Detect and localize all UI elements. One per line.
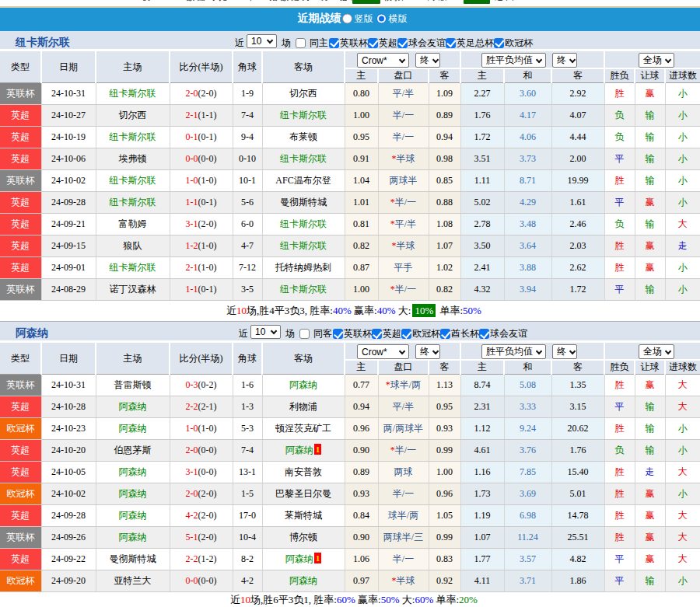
match-date: 24-09-28 [41, 192, 96, 214]
odds-handicap: *平/半 [378, 214, 429, 235]
table-row: 英联杯24-09-26阿森纳5-1(2-0)10-4博尔顿0.90两球半/三0.… [0, 527, 700, 549]
score-half: (0-0) [198, 575, 217, 586]
away-team: 切尔西 [289, 88, 317, 99]
games-count-select[interactable]: 10 [247, 34, 277, 48]
sub-handicap: 盘口 [378, 360, 429, 375]
cup-label: 酋长杯 [451, 327, 479, 340]
cup-checkbox[interactable] [494, 38, 504, 48]
avg-away: 2.46 [551, 214, 604, 235]
odds-final-select[interactable]: 终 [415, 53, 440, 68]
result-cell: 负 [604, 127, 635, 148]
avg-away: 5.01 [551, 483, 604, 505]
radio-vertical-label: 竖版 [355, 12, 373, 25]
away-team: 莱斯特城 [285, 510, 322, 521]
result-cell: 胜 [604, 418, 635, 440]
away-cell: 布莱顿 [262, 127, 345, 148]
scope-select[interactable]: 全场 [639, 344, 674, 359]
odds-away: 0.93 [429, 418, 460, 440]
avg-draw: 8.71 [504, 170, 551, 192]
odds-home: 0.90 [345, 527, 378, 549]
score-main: 1-1 [186, 197, 198, 208]
avg-type-select[interactable]: 胜平负均值 [481, 344, 546, 359]
match-date: 24-10-28 [41, 396, 96, 418]
sub-handicap-result: 让球 [635, 360, 665, 375]
page-title: 近期战绩 [298, 12, 341, 26]
table-row: 英联杯24-10-02纽卡斯尔联1-0(1-0)10-1AFC温布尔登1.04两… [0, 170, 700, 192]
home-team: 狼队 [124, 240, 142, 251]
same-venue-checkbox[interactable] [296, 38, 306, 48]
match-date: 24-09-26 [41, 527, 96, 549]
handicap-result-cell: 赢 [635, 505, 665, 527]
avg-final-select[interactable]: 终 [552, 344, 577, 359]
avg-draw: 3.88 [504, 257, 551, 279]
cup-checkbox[interactable] [446, 38, 456, 48]
odds-final-select[interactable]: 终 [415, 344, 440, 359]
summary-part: 10 [240, 594, 250, 605]
match-date: 24-10-20 [41, 440, 96, 462]
goals-cell: 大 [665, 527, 700, 549]
toolbar-green-button[interactable]: 确定 [352, 0, 380, 4]
top-toolbar-clipped: 设数据对比平指数走势凯必发模拟离散返回确定确定 [0, 0, 700, 8]
odds-company-select[interactable]: Crow* [357, 53, 409, 68]
radio-horizontal-label: 横版 [389, 12, 408, 25]
cup-checkbox[interactable] [372, 329, 382, 339]
sub-away: 客 [429, 360, 460, 375]
handicap-result-cell: 赢 [635, 527, 665, 549]
home-team: 诺丁汉森林 [110, 284, 156, 295]
avg-home: 8.74 [460, 375, 504, 396]
match-date: 24-10-31 [41, 375, 96, 396]
away-cell: 纽卡斯尔联 [262, 148, 345, 170]
score-half: (2-0) [198, 88, 217, 99]
avg-home: 4.11 [460, 570, 504, 592]
avg-away: 1.86 [551, 570, 604, 592]
score-cell: 2-2(1-2) [170, 549, 233, 570]
scope-select[interactable]: 全场 [639, 53, 674, 68]
select-value: Crow* [362, 55, 387, 66]
select-value: 全场 [643, 345, 662, 358]
cup-checkbox[interactable] [440, 329, 450, 339]
cup-filters: 英联杯英超欧冠杯酋长杯球会友谊 [333, 327, 527, 340]
match-date: 24-09-15 [41, 235, 96, 257]
radio-vertical-layout[interactable] [342, 13, 352, 23]
cup-checkbox[interactable] [368, 38, 378, 48]
same-venue-checkbox[interactable] [299, 329, 310, 339]
matches-label: 场 [285, 327, 295, 340]
col-date: 日期 [41, 343, 96, 375]
select-value: 终 [557, 345, 566, 358]
score-cell: 3-1(0-0) [170, 462, 233, 483]
odds-home: 1.01 [345, 192, 378, 214]
avg-away: 4.44 [551, 127, 604, 148]
handicap-star: * [390, 197, 395, 208]
cup-checkbox[interactable] [401, 329, 411, 339]
sub-away: 客 [429, 68, 460, 83]
col-corner: 角球 [233, 51, 262, 83]
cup-checkbox[interactable] [397, 38, 408, 48]
toolbar-green-button[interactable]: 确定 [464, 0, 490, 4]
filters: 近 10 场 同客 英联杯英超欧冠杯酋长杯球会友谊 [239, 326, 527, 341]
avg-away: 1.61 [551, 192, 604, 214]
cup-checkbox[interactable] [329, 38, 339, 48]
home-cell: 亚特兰大 [96, 570, 170, 592]
odds-home: 0.89 [345, 462, 378, 483]
cup-checkbox[interactable] [333, 329, 343, 339]
competition-badge: 英超 [0, 235, 41, 257]
odds-company-select[interactable]: Crow* [357, 344, 409, 359]
table-row: 英超24-10-05阿森纳3-1(0-0)13-1南安普敦0.89两球1.001… [0, 462, 700, 483]
odds-home: 1.00 [345, 279, 378, 301]
score-cell: 4-2(2-0) [170, 505, 233, 527]
goals-cell: 大 [665, 214, 700, 235]
avg-home: 2.27 [460, 83, 504, 105]
cup-label: 球会友谊 [408, 37, 446, 50]
games-count-select[interactable]: 10 [250, 325, 281, 339]
avg-final-select[interactable]: 终 [552, 53, 577, 68]
odds-away: 0.85 [429, 170, 460, 192]
corner-cell: 7-4 [233, 105, 262, 127]
odds-handicap: 两球半/三 [378, 527, 429, 549]
odds-selects-cell: Crow* 终 [345, 343, 460, 360]
toolbar-text-clipped: 离散 [427, 0, 449, 3]
avg-type-select[interactable]: 胜平负均值 [481, 53, 546, 68]
radio-horizontal-layout[interactable] [376, 13, 387, 23]
result-cell: 胜 [604, 462, 635, 483]
cup-checkbox[interactable] [479, 329, 489, 339]
score-cell: 1-0(1-0) [170, 418, 233, 440]
